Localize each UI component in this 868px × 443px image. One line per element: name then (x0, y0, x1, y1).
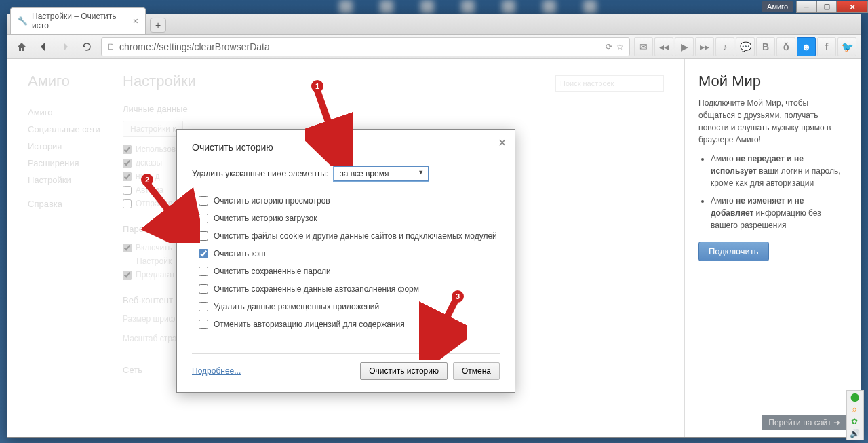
svg-line-5 (433, 298, 456, 346)
navigation-toolbar: 🗋 ⟳ ☆ ✉ ◂◂ ▶ ▸▸ ♪ 💬 B ǒ ☻ f 🐦 (7, 35, 861, 59)
music-icon[interactable]: ♪ (715, 37, 734, 56)
checkbox[interactable] (199, 196, 208, 206)
tray-usb-icon[interactable]: ⬤ (848, 392, 861, 402)
cancel-button[interactable]: Отмена (453, 362, 500, 380)
tray-sound-icon[interactable]: 🔊 (848, 429, 861, 438)
close-tab-button[interactable]: × (133, 16, 138, 26)
page-icon: 🗋 (107, 42, 115, 52)
more-link[interactable]: Подробнее... (192, 366, 241, 376)
promo-bullet: Амиго не изменяет и не добавляет информа… (711, 195, 847, 231)
address-bar[interactable]: 🗋 ⟳ ☆ (101, 37, 630, 56)
annotation-badge-3: 3 (452, 290, 464, 303)
close-window-button[interactable]: ✕ (837, 1, 868, 13)
connect-button[interactable]: Подключить (698, 242, 769, 261)
annotation-badge-1: 1 (311, 80, 323, 92)
minimize-button[interactable]: ─ (796, 1, 816, 13)
wrench-icon: 🔧 (18, 16, 28, 26)
chat-icon[interactable]: 💬 (736, 37, 755, 56)
forward-button[interactable] (55, 37, 75, 56)
check-cookies[interactable]: Очистить файлы cookie и другие данные са… (199, 227, 500, 245)
back-button[interactable] (33, 37, 54, 56)
reload-icon (81, 41, 92, 52)
reload-icon[interactable]: ⟳ (606, 42, 612, 52)
checkbox[interactable] (199, 302, 208, 311)
maximize-button[interactable]: ☐ (816, 1, 837, 13)
twitter-icon[interactable]: 🐦 (837, 37, 856, 56)
checkbox[interactable] (199, 214, 208, 223)
ok-icon[interactable]: ǒ (776, 37, 795, 56)
url-input[interactable] (119, 41, 601, 52)
checkbox[interactable] (199, 249, 208, 258)
media-play-icon[interactable]: ▶ (675, 37, 694, 56)
check-browsing-history[interactable]: Очистить историю просмотров (199, 192, 500, 210)
reload-button[interactable] (77, 37, 97, 56)
goto-site-link[interactable]: Перейти на сайт ➜ (762, 415, 847, 430)
media-prev-icon[interactable]: ◂◂ (654, 37, 673, 56)
app-label: Амиго (762, 1, 793, 12)
browser-tab[interactable]: 🔧 Настройки – Очистить истo × (10, 7, 146, 34)
annotation-badge-2: 2 (141, 174, 153, 186)
media-next-icon[interactable]: ▸▸ (695, 37, 714, 56)
promo-title: Мой Мир (698, 73, 847, 90)
arrow-left-icon (38, 41, 49, 52)
tray-status-icon[interactable]: ✿ (848, 417, 861, 426)
facebook-icon[interactable]: f (817, 37, 836, 56)
new-tab-button[interactable]: + (150, 18, 166, 33)
checkbox[interactable] (199, 267, 208, 276)
vk-icon[interactable]: B (756, 37, 775, 56)
home-icon (16, 41, 27, 52)
clear-history-button[interactable]: Очистить историю (360, 362, 448, 380)
promo-intro: Подключите Мой Мир, чтобы общаться с дру… (698, 97, 847, 146)
tab-strip: 🔧 Настройки – Очистить истo × + (7, 14, 861, 35)
home-button[interactable] (12, 37, 32, 56)
window-title-bar: Амиго ─ ☐ ✕ (762, 0, 868, 14)
time-range-select[interactable]: за все время (334, 166, 429, 181)
annotation-arrow-1 (305, 78, 353, 166)
svg-line-1 (315, 85, 339, 153)
tray-network-icon[interactable]: ☼ (848, 404, 861, 414)
svg-line-3 (146, 182, 188, 235)
mail-icon[interactable]: ✉ (634, 37, 653, 56)
checkbox[interactable] (199, 320, 208, 329)
extension-toolbar: ✉ ◂◂ ▶ ▸▸ ♪ 💬 B ǒ ☻ f 🐦 (634, 37, 856, 56)
promo-panel: Мой Мир Подключите Мой Мир, чтобы общать… (684, 59, 861, 437)
star-icon[interactable]: ☆ (616, 42, 624, 52)
check-passwords[interactable]: Очистить сохраненные пароли (199, 263, 500, 280)
promo-bullet: Амиго не передает и не использует ваши л… (711, 153, 847, 189)
arrow-right-icon (60, 41, 71, 52)
checkbox[interactable] (199, 284, 208, 294)
check-download-history[interactable]: Очистить историю загрузок (199, 210, 500, 227)
moimir-icon[interactable]: ☻ (797, 37, 816, 56)
tab-title: Настройки – Очистить истo (32, 12, 126, 31)
check-cache[interactable]: Очистить кэш (199, 245, 500, 263)
system-tray: ⬤ ☼ ✿ 🔊 (846, 390, 864, 440)
checkbox[interactable] (199, 231, 208, 241)
delete-label: Удалить указанные ниже элементы: (192, 169, 328, 178)
dialog-close-button[interactable]: ✕ (498, 136, 507, 149)
